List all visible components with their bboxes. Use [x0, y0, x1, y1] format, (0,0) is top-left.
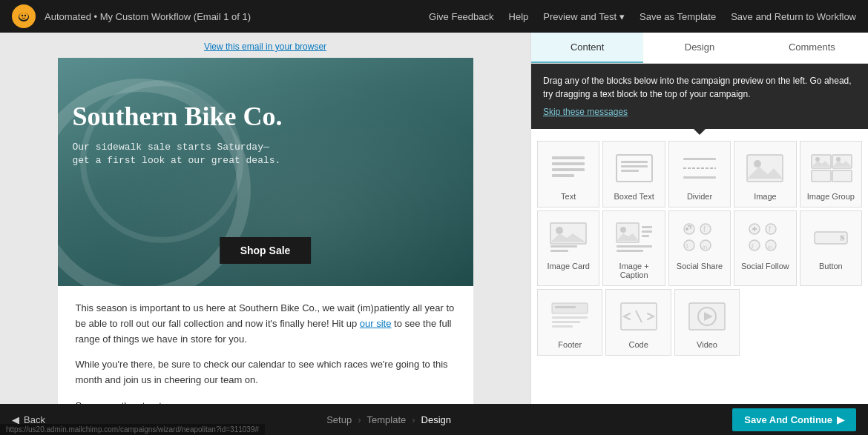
nav-breadcrumb: Automated • My Custom Workflow (Email 1 … — [45, 11, 420, 22]
email-hero-section: Southern Bike Co. Our sidewalk sale star… — [58, 58, 473, 286]
svg-rect-8 — [617, 155, 652, 182]
save-and-continue-button[interactable]: Save And Continue ▶ — [732, 408, 856, 431]
footer-block-icon — [544, 297, 596, 336]
svg-rect-14 — [683, 176, 716, 179]
svg-rect-11 — [621, 170, 639, 172]
svg-rect-58 — [552, 321, 580, 323]
svg-point-32 — [620, 227, 626, 233]
hero-subtitle: Our sidewalk sale starts Saturday—get a … — [73, 141, 458, 167]
email-preview-panel: View this email in your browser Southern… — [0, 33, 530, 404]
svg-text:f: f — [769, 225, 771, 233]
breadcrumb-design[interactable]: Design — [421, 414, 451, 425]
svg-rect-36 — [642, 235, 649, 237]
svg-rect-30 — [550, 250, 568, 252]
hero-cta-button[interactable]: Shop Sale — [220, 237, 312, 264]
block-text[interactable]: Text — [537, 141, 599, 207]
view-browser-link[interactable]: View this email in your browser — [204, 41, 326, 52]
block-image-caption[interactable]: Image + Caption — [602, 210, 665, 286]
breadcrumb-setup[interactable]: Setup — [326, 414, 352, 425]
svg-point-2 — [22, 15, 23, 16]
video-block-icon — [681, 297, 733, 336]
svg-rect-29 — [550, 245, 577, 248]
panel-tabs: Content Design Comments — [531, 33, 868, 64]
block-image-card[interactable]: Image Card — [537, 210, 599, 286]
svg-rect-4 — [552, 156, 585, 159]
block-divider-label: Divider — [687, 192, 712, 201]
blocks-row-1: Text Boxed Text — [537, 141, 862, 207]
top-navigation: Automated • My Custom Workflow (Email 1 … — [0, 0, 868, 33]
svg-point-27 — [556, 227, 563, 234]
block-image-group-label: Image Group — [807, 192, 855, 201]
image-caption-block-icon — [608, 219, 660, 257]
block-image-group[interactable]: Image Group — [800, 141, 862, 207]
url-bar: https://us20.admin.mailchimp.com/campaig… — [0, 424, 265, 435]
save-as-template-button[interactable]: Save as Template — [640, 11, 716, 22]
email-body: This season is important to us here at S… — [58, 286, 473, 404]
blocks-grid: Text Boxed Text — [531, 129, 868, 404]
block-image-card-label: Image Card — [547, 262, 589, 270]
blocks-row-2: Image Card — [537, 210, 862, 286]
block-code[interactable]: Code — [605, 289, 671, 356]
block-boxed-text-label: Boxed Text — [614, 192, 654, 201]
tab-comments[interactable]: Comments — [756, 33, 868, 63]
svg-rect-6 — [552, 168, 585, 171]
svg-text:in: in — [768, 244, 772, 250]
block-footer[interactable]: Footer — [537, 289, 602, 356]
breadcrumb-separator-2: › — [412, 414, 415, 425]
block-social-follow[interactable]: f t in Social Follow — [734, 210, 796, 286]
image-card-block-icon — [542, 219, 594, 257]
nav-actions: Give Feedback Help Preview and Test ▾ Sa… — [429, 11, 856, 22]
block-social-share[interactable]: f t in Social Share — [668, 210, 731, 286]
breadcrumb-template[interactable]: Template — [366, 414, 406, 425]
block-footer-label: Footer — [558, 340, 582, 349]
svg-rect-12 — [683, 158, 716, 160]
mailchimp-logo — [12, 4, 36, 28]
social-follow-block-icon: f t in — [739, 219, 791, 257]
svg-text:in: in — [703, 244, 707, 250]
svg-point-3 — [24, 15, 26, 16]
block-divider[interactable]: Divider — [668, 141, 731, 207]
hero-text-block: Southern Bike Co. Our sidewalk sale star… — [73, 102, 458, 167]
svg-rect-38 — [617, 250, 643, 252]
button-block-icon — [805, 219, 857, 257]
breadcrumb-separator-1: › — [358, 414, 361, 425]
svg-rect-5 — [552, 162, 585, 165]
right-panel: Content Design Comments Drag any of the … — [530, 33, 868, 404]
social-share-block-icon: f t in — [674, 219, 726, 257]
save-and-return-button[interactable]: Save and Return to Workflow — [731, 11, 856, 22]
svg-rect-7 — [552, 174, 574, 177]
image-group-block-icon — [805, 149, 857, 187]
svg-text:f: f — [703, 225, 706, 233]
tab-design[interactable]: Design — [643, 33, 755, 63]
svg-rect-10 — [621, 165, 648, 167]
preview-and-test-button[interactable]: Preview and Test ▾ — [543, 11, 625, 22]
block-social-share-label: Social Share — [677, 262, 723, 270]
svg-rect-59 — [552, 325, 573, 328]
block-image[interactable]: Image — [734, 141, 796, 207]
svg-rect-34 — [642, 226, 652, 228]
tab-content[interactable]: Content — [531, 33, 643, 63]
info-box-message: Drag any of the blocks below into the ca… — [543, 74, 856, 101]
block-button[interactable]: Button — [800, 210, 862, 286]
block-boxed-text[interactable]: Boxed Text — [602, 141, 665, 207]
svg-rect-35 — [642, 230, 652, 233]
our-site-link[interactable]: our site — [360, 318, 392, 329]
boxed-text-block-icon — [608, 149, 660, 187]
image-block-icon — [739, 149, 791, 187]
svg-point-47 — [766, 224, 776, 234]
email-content: Southern Bike Co. Our sidewalk sale star… — [58, 58, 473, 404]
help-link[interactable]: Help — [509, 11, 529, 22]
main-area: View this email in your browser Southern… — [0, 33, 868, 404]
blocks-row-3: Footer Code — [537, 289, 862, 356]
block-video-label: Video — [697, 340, 717, 349]
svg-rect-57 — [552, 316, 588, 319]
svg-rect-9 — [621, 161, 648, 163]
hero-title: Southern Bike Co. — [73, 102, 458, 132]
skip-messages-link[interactable]: Skip these messages — [543, 107, 628, 117]
block-image-label: Image — [754, 192, 777, 201]
svg-point-40 — [700, 224, 711, 234]
block-video[interactable]: Video — [674, 289, 740, 356]
svg-rect-37 — [617, 245, 652, 248]
info-box: Drag any of the blocks below into the ca… — [531, 64, 868, 129]
give-feedback-link[interactable]: Give Feedback — [429, 11, 493, 22]
